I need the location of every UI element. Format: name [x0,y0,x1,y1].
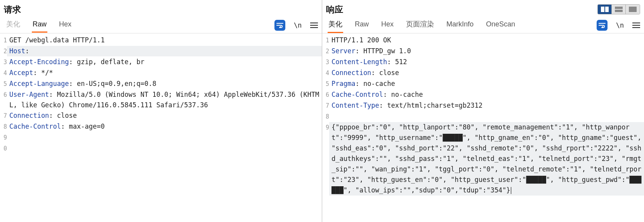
request-tab-1[interactable]: Raw [32,18,47,33]
wrap-button[interactable] [597,20,608,31]
response-line: 9{"pppoe_br":"0", "http_lanport":"80", "… [322,122,644,196]
code-content: Content-Type: text/html;charset=gb2312 [329,100,644,111]
response-line: 6Cache-Control: no-cache [322,89,644,100]
gutter-number: 7 [0,110,7,121]
layout-split-horizontal[interactable] [612,5,626,14]
gutter-number: 3 [322,57,329,68]
request-tab-0: 美化 [5,17,21,33]
layout-single[interactable] [626,5,640,14]
response-pane: 响应 美化RawHex页面渲染MarkInfoOneScan \n [322,0,644,222]
request-tab-2[interactable]: Hex [58,18,72,33]
gutter-number: 8 [322,111,329,122]
newline-button[interactable]: \n [292,20,303,31]
request-line: 2Host: [0,46,322,57]
code-content: Cache-Control: no-cache [329,89,644,100]
response-tab-4[interactable]: MarkInfo [446,18,474,33]
gutter-number: 1 [322,35,329,46]
code-content: Pragma: no-cache [329,79,644,89]
menu-button[interactable] [310,23,318,28]
menu-button[interactable] [632,23,640,28]
gutter-number: 7 [322,100,329,111]
gutter-number: 4 [322,68,329,79]
response-line: 2Server: HTTPD_gw 1.0 [322,46,644,57]
response-tab-1[interactable]: Raw [354,18,370,33]
wrap-icon [276,23,283,28]
code-content: Connection: close [7,110,322,121]
code-content: Accept: */* [7,68,322,78]
gutter-number: 6 [322,89,329,100]
code-content: Accept-Encoding: gzip, deflate, br [7,57,322,67]
gutter-number: 3 [0,57,7,68]
request-line: 9 [0,132,322,143]
wrap-button[interactable] [274,20,285,31]
layout-toggle [597,4,640,14]
svg-rect-4 [629,7,637,12]
request-line: 4Accept: */* [0,68,322,79]
code-content: Server: HTTPD_gw 1.0 [329,46,644,56]
svg-rect-1 [605,7,609,12]
caret [511,187,511,194]
request-line: 5Accept-Language: en-US;q=0.9,en;q=0.8 [0,79,322,89]
request-line: 6User-Agent: Mozilla/5.0 (Windows NT 10.… [0,89,322,110]
code-content: Cache-Control: max-age=0 [7,121,322,132]
code-content: Accept-Language: en-US;q=0.9,en;q=0.8 [7,79,322,89]
response-tab-2[interactable]: Hex [380,18,394,33]
svg-rect-2 [615,7,623,9]
response-line: 7Content-Type: text/html;charset=gb2312 [322,100,644,111]
gutter-number: 9 [322,122,329,133]
response-tab-5[interactable]: OneScan [485,18,516,33]
response-editor[interactable]: 1HTTP/1.1 200 OK2Server: HTTPD_gw 1.03Co… [322,33,644,222]
svg-rect-0 [601,7,604,12]
response-line: 4Connection: close [322,68,644,79]
svg-rect-3 [615,10,623,12]
response-line: 5Pragma: no-cache [322,79,644,89]
gutter-number: 6 [0,89,7,100]
gutter-number: 5 [0,79,7,89]
newline-button[interactable]: \n [614,20,625,31]
request-title: 请求 [4,2,21,17]
request-tabbar: 美化RawHex \n [0,17,322,33]
request-line: 0 [0,143,322,154]
gutter-number: 4 [0,68,7,79]
code-content: HTTP/1.1 200 OK [329,35,644,45]
code-content: {"pppoe_br":"0", "http_lanport":"80", "r… [329,122,644,196]
request-pane: 请求 美化RawHex \n 1GET /webgl.data HTTP/1.1… [0,0,322,222]
response-line: 3Content-Length: 512 [322,57,644,68]
code-content: GET /webgl.data HTTP/1.1 [7,35,322,45]
code-content: Host: [7,46,322,56]
request-editor[interactable]: 1GET /webgl.data HTTP/1.12Host: 3Accept-… [0,33,322,222]
response-tab-0[interactable]: 美化 [328,17,343,33]
layout-split-vertical[interactable] [598,5,612,14]
gutter-number: 0 [0,143,7,154]
wrap-icon [599,23,606,28]
request-line: 1GET /webgl.data HTTP/1.1 [0,35,322,46]
request-line: 7Connection: close [0,110,322,121]
code-content: Connection: close [329,68,644,78]
gutter-number: 5 [322,79,329,89]
code-content: User-Agent: Mozilla/5.0 (Windows NT 10.0… [7,89,322,110]
response-title: 响应 [326,2,343,17]
response-line: 8 [322,111,644,122]
response-line: 1HTTP/1.1 200 OK [322,35,644,46]
gutter-number: 2 [0,46,7,57]
response-tabbar: 美化RawHex页面渲染MarkInfoOneScan \n [322,17,644,33]
gutter-number: 8 [0,121,7,132]
code-content: Content-Length: 512 [329,57,644,67]
gutter-number: 9 [0,132,7,143]
gutter-number: 2 [322,46,329,57]
response-tab-3[interactable]: 页面渲染 [405,17,435,33]
request-line: 3Accept-Encoding: gzip, deflate, br [0,57,322,68]
request-line: 8Cache-Control: max-age=0 [0,121,322,132]
gutter-number: 1 [0,35,7,46]
